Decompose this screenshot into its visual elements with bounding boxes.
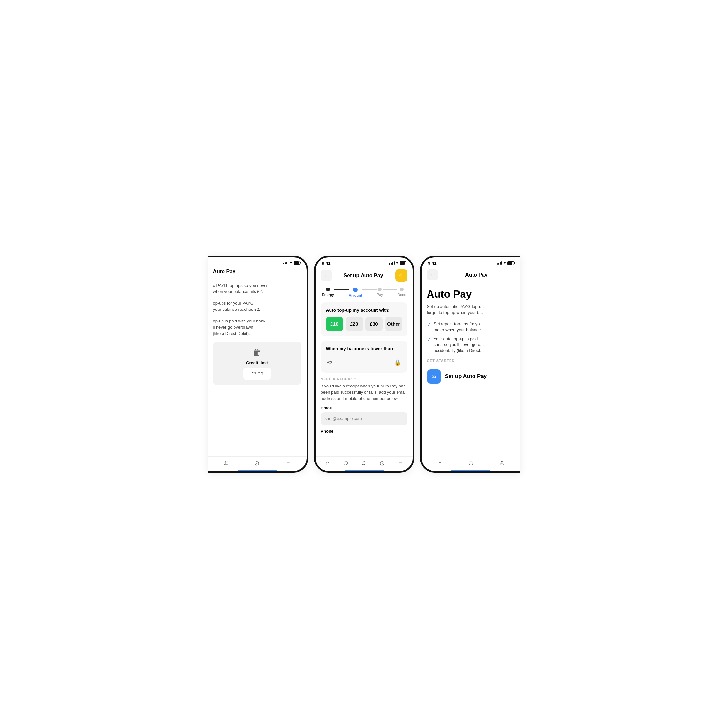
credit-limit-label: Credit limit [246,360,268,365]
step-line-3 [383,289,398,290]
amount-btn-other[interactable]: Other [385,317,402,331]
amount-btn-10[interactable]: £10 [326,317,343,331]
topup-card: Auto top-up my account with: £10 £20 £30… [321,302,407,336]
check-text-2: Your auto top-up is paid...card, so you'… [434,336,484,354]
content-center: Auto top-up my account with: £10 £20 £30… [316,298,413,456]
email-input[interactable] [321,412,407,425]
step-pay: Pay [377,288,383,297]
bottom-nav-right: ⌂ ⬡ £ [422,457,520,471]
back-button-right[interactable]: ← [427,269,438,280]
status-bar-right: 9:41 ▾ [422,257,520,267]
nav-btn-pound-right[interactable]: £ [500,460,503,467]
step-line-1 [334,289,349,290]
step-dot-energy [326,288,330,291]
setup-btn-text: Set up Auto Pay [445,373,487,380]
status-bar-left: ▾ [208,257,307,266]
nav-indicator-center [345,470,384,471]
receipt-body: If you'd like a receipt when your Auto P… [321,383,407,402]
bottom-nav-center: ⌂ ⬡ £ ⊙ ≡ [316,456,413,471]
check-icon-1: ✓ [427,321,431,327]
phone-right: 9:41 ▾ ← Auto Pay Auto Pay [420,256,520,473]
nav-btn-help-center[interactable]: ⊙ [379,459,385,467]
battery-icon-right [508,261,514,265]
step-dot-pay [378,288,382,291]
signal-icon-right [497,261,502,265]
phone-center: 9:41 ▾ ← Set up Auto Pay ⚡ [314,256,414,473]
back-button-center[interactable]: ← [321,270,332,281]
credit-card: 🗑 Credit limit £2.00 [213,342,301,385]
status-icons-left: ▾ [283,261,300,265]
amount-btn-30[interactable]: £30 [366,317,382,331]
autopay-main-title: Auto Pay [427,288,515,300]
step-label-energy: Energy [322,293,334,297]
status-bar-center: 9:41 ▾ [316,257,413,267]
step-done: Done [398,288,406,297]
header-center: ← Set up Auto Pay ⚡ [316,267,413,284]
check-icon-2: ✓ [427,336,431,343]
setup-btn-icon: ∞ [427,369,441,384]
balance-row: £2 🔒 [326,355,402,367]
wifi-icon-center: ▾ [396,261,398,265]
wifi-icon-right: ▾ [504,261,506,265]
progress-steps: Energy Amount Pay Done [316,284,413,298]
nav-btn-pound-left[interactable]: £ [224,459,228,467]
nav-btn-home-right[interactable]: ⌂ [438,460,442,467]
email-label: Email [321,405,407,410]
scene: ▾ Auto Pay c PAYG top-ups so you neverwh… [195,243,533,485]
lock-icon: 🔒 [394,359,401,366]
bottom-nav-left: £ ⊙ ≡ [208,456,307,471]
desc3-left: op-up is paid with your bankll never go … [213,318,301,337]
desc2-left: op-ups for your PAYGyour balance reaches… [213,300,301,313]
nav-indicator-left [238,470,277,471]
battery-icon-left [294,261,300,265]
setup-autopay-button[interactable]: ∞ Set up Auto Pay [427,369,487,384]
nav-btn-pound-center[interactable]: £ [362,459,366,467]
phone-label: Phone [321,429,407,434]
nav-btn-activity-right[interactable]: ⬡ [469,460,473,466]
step-line-2 [362,289,377,290]
nav-btn-home-center[interactable]: ⌂ [326,459,330,467]
status-time-right: 9:41 [428,261,437,266]
step-energy: Energy [322,288,334,297]
balance-card-title: When my balance is lower than: [326,346,402,351]
wifi-icon-left: ▾ [290,261,292,265]
content-right: Auto Pay Set up automatic PAYG top-u...f… [422,283,520,457]
page-title-left: Auto Pay [213,269,236,275]
lightning-button[interactable]: ⚡ [395,269,407,282]
check-text-1: Set repeat top-ups for yo...meter when y… [434,321,485,333]
step-label-amount: Amount [349,293,362,297]
receipt-section: NEED A RECEIPT? If you'd like a receipt … [321,377,407,434]
status-icons-center: ▾ [389,261,406,265]
step-amount: Amount [349,288,362,297]
nav-btn-menu-left[interactable]: ≡ [286,459,290,467]
step-dot-done [400,288,404,291]
nav-btn-activity-center[interactable]: ⬡ [343,460,348,466]
check-item-1: ✓ Set repeat top-ups for yo...meter when… [427,321,515,333]
balance-value: £2 [327,359,333,365]
nav-indicator-right [451,470,490,471]
header-left: Auto Pay [208,266,307,277]
nav-btn-help-left[interactable]: ⊙ [254,459,260,467]
battery-icon-center [400,261,406,265]
page-title-center: Set up Auto Pay [343,273,383,278]
status-time-center: 9:41 [322,261,330,266]
balance-card: When my balance is lower than: £2 🔒 [321,341,407,373]
status-icons-right: ▾ [497,261,514,265]
content-left: c PAYG top-ups so you neverwhen your bal… [208,277,307,456]
receipt-section-label: NEED A RECEIPT? [321,377,407,381]
nav-btn-menu-center[interactable]: ≡ [398,459,402,467]
signal-icon-center [389,261,395,265]
amount-btn-20[interactable]: £20 [346,317,363,331]
check-item-2: ✓ Your auto top-up is paid...card, so yo… [427,336,515,354]
step-label-pay: Pay [377,293,383,297]
credit-limit-value: £2.00 [243,368,271,380]
get-started-label: GET STARTED [427,359,515,362]
amount-options: £10 £20 £30 Other [326,317,402,331]
page-title-right: Auto Pay [465,272,487,278]
get-started-divider [427,366,515,366]
topup-card-title: Auto top-up my account with: [326,307,402,313]
signal-icon-left [283,261,289,264]
phone-left: ▾ Auto Pay c PAYG top-ups so you neverwh… [208,256,308,473]
desc1-left: c PAYG top-ups so you neverwhen your bal… [213,282,301,295]
step-dot-amount [353,288,358,292]
